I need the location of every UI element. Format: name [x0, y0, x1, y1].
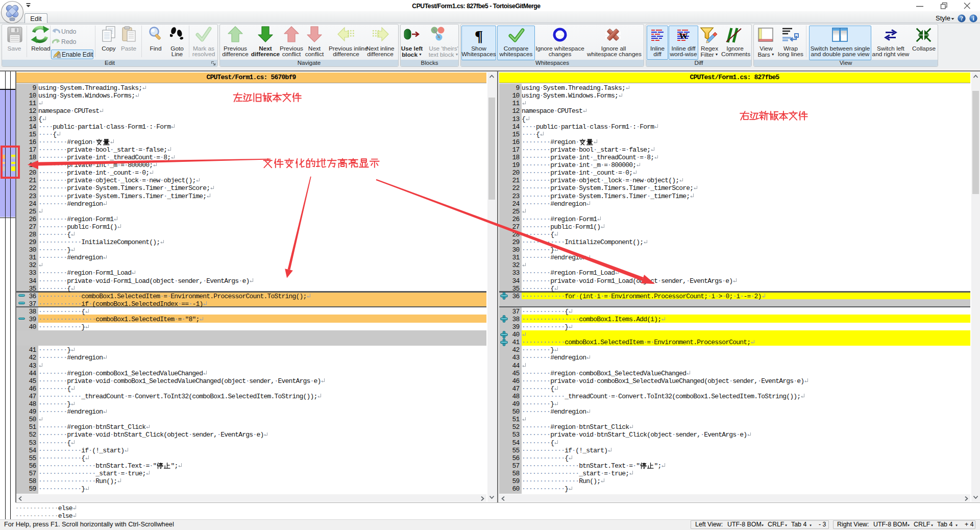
svg-text:W: W — [679, 31, 688, 41]
svg-text:?: ? — [960, 15, 963, 21]
